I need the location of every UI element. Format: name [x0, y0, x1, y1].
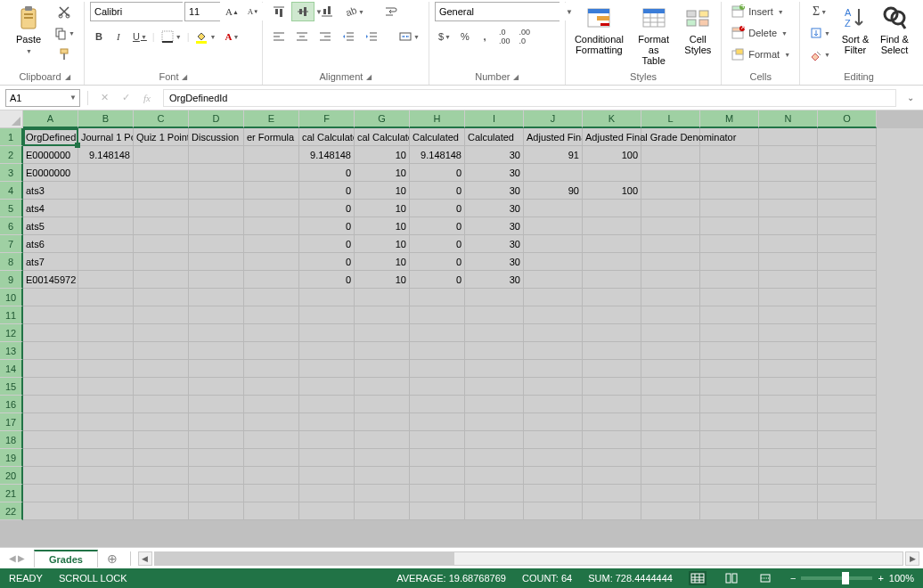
- cell[interactable]: [134, 306, 189, 324]
- cell[interactable]: [189, 342, 244, 360]
- cell[interactable]: [244, 164, 299, 182]
- cell[interactable]: [818, 396, 877, 413]
- cell[interactable]: [78, 378, 134, 396]
- cell[interactable]: [641, 449, 700, 467]
- cell[interactable]: [355, 413, 410, 431]
- cell[interactable]: [583, 235, 641, 253]
- cell[interactable]: [583, 289, 641, 306]
- cell[interactable]: [524, 200, 583, 217]
- cell[interactable]: [465, 431, 524, 449]
- page-layout-view-button[interactable]: [723, 571, 740, 585]
- cell[interactable]: [583, 467, 641, 485]
- cell[interactable]: [244, 253, 299, 271]
- cell[interactable]: [583, 378, 641, 396]
- cell[interactable]: 0: [299, 253, 355, 271]
- cell-styles-button[interactable]: Cell Styles: [680, 2, 715, 57]
- cell[interactable]: 0: [299, 200, 355, 217]
- cell[interactable]: [78, 217, 134, 235]
- cell[interactable]: [355, 360, 410, 378]
- cell[interactable]: [524, 235, 583, 253]
- cell[interactable]: [641, 342, 700, 360]
- cut-button[interactable]: [50, 2, 78, 21]
- cell[interactable]: 0: [299, 164, 355, 182]
- cell[interactable]: [189, 413, 244, 431]
- cell[interactable]: [23, 431, 78, 449]
- cell[interactable]: [641, 306, 700, 324]
- cell[interactable]: [134, 485, 189, 502]
- row-header[interactable]: 3: [0, 164, 23, 182]
- cell[interactable]: [583, 413, 641, 431]
- cell[interactable]: [299, 360, 355, 378]
- delete-button[interactable]: ×Delete▼: [727, 23, 791, 43]
- cell[interactable]: [244, 413, 299, 431]
- row-header[interactable]: 17: [0, 413, 23, 431]
- decrease-font-button[interactable]: A▼: [244, 2, 262, 21]
- cell[interactable]: [134, 324, 189, 342]
- column-header[interactable]: F: [299, 110, 355, 128]
- row-header[interactable]: 12: [0, 324, 23, 342]
- cell[interactable]: [23, 324, 78, 342]
- column-header[interactable]: E: [244, 110, 299, 128]
- cell[interactable]: [759, 235, 818, 253]
- merge-center-button[interactable]: ▼: [395, 27, 423, 46]
- cell[interactable]: [641, 413, 700, 431]
- cell[interactable]: [189, 182, 244, 200]
- cell[interactable]: [700, 306, 759, 324]
- cell[interactable]: [524, 485, 583, 502]
- bold-button[interactable]: B: [90, 27, 108, 46]
- cell[interactable]: [524, 378, 583, 396]
- cell[interactable]: [23, 467, 78, 485]
- page-break-view-button[interactable]: [756, 571, 774, 585]
- cell[interactable]: [759, 128, 818, 146]
- cell[interactable]: [583, 324, 641, 342]
- cell[interactable]: [23, 378, 78, 396]
- cell[interactable]: Adjusted Final Grade Denominator: [583, 128, 641, 146]
- cell[interactable]: [700, 289, 759, 306]
- cell[interactable]: [641, 485, 700, 502]
- cell[interactable]: 10: [355, 164, 410, 182]
- cell[interactable]: [818, 200, 877, 217]
- orientation-button[interactable]: ab▼: [339, 2, 368, 21]
- font-color-button[interactable]: A▼: [221, 27, 242, 46]
- cell[interactable]: [23, 485, 78, 502]
- cell[interactable]: [299, 413, 355, 431]
- cell[interactable]: [189, 467, 244, 485]
- format-as-table-button[interactable]: Format as Table: [631, 2, 676, 68]
- cell[interactable]: [244, 485, 299, 502]
- cell[interactable]: [818, 502, 877, 520]
- cell[interactable]: [244, 502, 299, 520]
- cell[interactable]: [189, 289, 244, 306]
- cell[interactable]: [189, 502, 244, 520]
- row-header[interactable]: 22: [0, 502, 23, 520]
- cell[interactable]: [410, 413, 465, 431]
- cell[interactable]: [134, 200, 189, 217]
- cell[interactable]: [700, 431, 759, 449]
- cell[interactable]: [355, 485, 410, 502]
- font-size-dropdown[interactable]: ▼: [184, 2, 220, 21]
- cell[interactable]: Quiz 1 Points: [134, 128, 189, 146]
- cell[interactable]: [524, 271, 583, 289]
- cell[interactable]: 0: [410, 271, 465, 289]
- cell[interactable]: OrgDefinedId: [23, 128, 78, 146]
- cell[interactable]: [700, 146, 759, 164]
- cell[interactable]: [78, 449, 134, 467]
- cell[interactable]: [465, 413, 524, 431]
- font-name-dropdown[interactable]: ▼: [90, 2, 183, 21]
- cell[interactable]: [299, 324, 355, 342]
- cell[interactable]: [189, 200, 244, 217]
- conditional-formatting-button[interactable]: Conditional Formatting: [571, 2, 627, 57]
- cell[interactable]: [134, 342, 189, 360]
- insert-function-button[interactable]: fx: [138, 88, 156, 108]
- cell[interactable]: 30: [465, 253, 524, 271]
- cell[interactable]: [23, 396, 78, 413]
- cell[interactable]: 10: [355, 271, 410, 289]
- cell[interactable]: [299, 378, 355, 396]
- cell[interactable]: [759, 200, 818, 217]
- column-header[interactable]: G: [355, 110, 410, 128]
- cell[interactable]: [759, 378, 818, 396]
- cell[interactable]: [410, 396, 465, 413]
- cell[interactable]: [759, 289, 818, 306]
- cell[interactable]: [818, 485, 877, 502]
- cell[interactable]: [410, 342, 465, 360]
- cell[interactable]: E0000000: [23, 146, 78, 164]
